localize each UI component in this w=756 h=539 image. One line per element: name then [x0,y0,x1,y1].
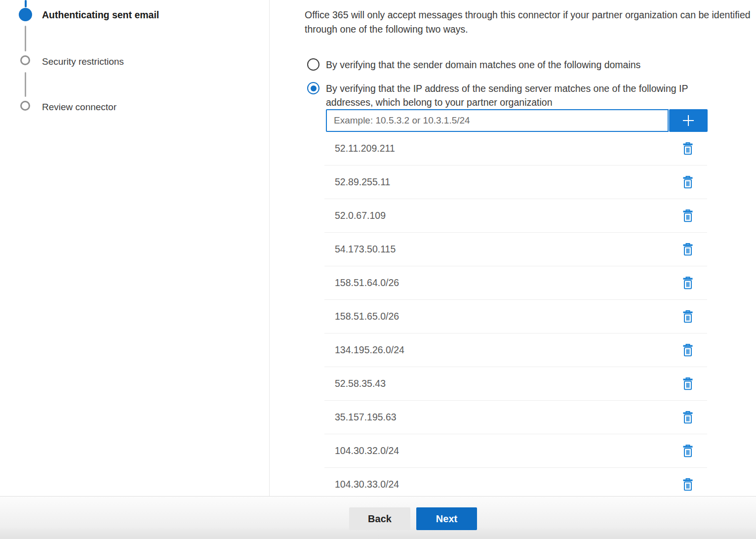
delete-ip-button[interactable] [680,242,695,257]
delete-ip-button[interactable] [680,477,695,493]
step-content-panel: Office 365 will only accept messages thr… [270,0,756,496]
ip-address: 158.51.65.0/26 [335,311,680,322]
delete-ip-button[interactable] [680,376,695,392]
trash-icon [682,142,694,156]
step-circle-icon [20,55,30,65]
step-review-connector[interactable]: Review connector [42,102,117,113]
ip-address: 104.30.33.0/24 [335,479,680,490]
ip-list-row: 52.89.255.11 [324,166,707,199]
connector-wizard-page: Authenticating sent email Security restr… [0,0,756,539]
step-active-dot-icon [19,8,32,21]
step-authenticating-sent-email[interactable]: Authenticating sent email [42,9,159,21]
trash-icon [682,276,694,290]
ip-address-input[interactable] [326,109,669,132]
trash-icon [682,343,694,357]
radio-unselected-icon[interactable] [307,58,319,71]
delete-ip-button[interactable] [680,208,695,224]
ip-address: 35.157.195.63 [335,412,680,423]
ip-list-row: 158.51.65.0/26 [324,300,707,333]
back-button[interactable]: Back [349,507,410,530]
delete-ip-button[interactable] [680,141,695,157]
ip-entry-row [326,109,708,132]
ip-list-row: 52.58.35.43 [324,367,707,401]
step-description: Office 365 will only accept messages thr… [305,8,755,37]
ip-address: 104.30.32.0/24 [335,445,680,456]
delete-ip-button[interactable] [680,275,695,291]
trash-icon [682,209,694,223]
ip-list: 52.11.209.211 52.89.255.11 [324,132,707,496]
trash-icon [682,377,694,391]
trash-icon [682,411,694,424]
wizard-footer: Back Next [0,496,756,539]
radio-selected-icon[interactable] [307,82,319,94]
step-circle-icon [20,101,30,111]
delete-ip-button[interactable] [680,410,695,425]
radio-option-sender-domain[interactable]: By verifying that the sender domain matc… [307,58,640,72]
radio-option-label: By verifying that the sender domain matc… [326,58,640,72]
trash-icon [682,310,694,324]
radio-option-label: By verifying that the IP address of the … [326,82,737,109]
step-security-restrictions[interactable]: Security restrictions [42,56,124,67]
ip-list-row: 54.173.50.115 [324,233,707,266]
delete-ip-button[interactable] [680,342,695,358]
plus-icon [680,112,697,129]
next-button[interactable]: Next [416,507,477,530]
delete-ip-button[interactable] [680,174,695,190]
delete-ip-button[interactable] [680,309,695,325]
trash-icon [682,175,694,189]
trash-icon [682,478,694,492]
add-ip-button[interactable] [669,109,708,132]
ip-address: 158.51.64.0/26 [335,277,680,289]
ip-address: 134.195.26.0/24 [335,344,680,356]
stepper-connector-line-top [25,0,27,7]
ip-list-row: 52.11.209.211 [324,132,707,166]
ip-address: 52.89.255.11 [335,176,680,188]
ip-address: 54.173.50.115 [335,244,680,255]
wizard-steps-sidebar: Authenticating sent email Security restr… [0,0,270,496]
ip-list-row: 52.0.67.109 [324,199,707,233]
radio-option-ip-address[interactable]: By verifying that the IP address of the … [307,82,737,109]
ip-list-row: 158.51.64.0/26 [324,266,707,300]
ip-address: 52.58.35.43 [335,378,680,389]
ip-address: 52.0.67.109 [335,210,680,221]
ip-address: 52.11.209.211 [335,143,680,154]
trash-icon [682,243,694,256]
ip-list-row: 104.30.33.0/24 [324,468,707,496]
trash-icon [682,444,694,458]
stepper-connector-line [25,72,26,97]
delete-ip-button[interactable] [680,443,695,459]
ip-list-row: 104.30.32.0/24 [324,434,707,468]
ip-list-row: 134.195.26.0/24 [324,333,707,367]
stepper-connector-line [25,26,26,51]
ip-list-row: 35.157.195.63 [324,401,707,434]
